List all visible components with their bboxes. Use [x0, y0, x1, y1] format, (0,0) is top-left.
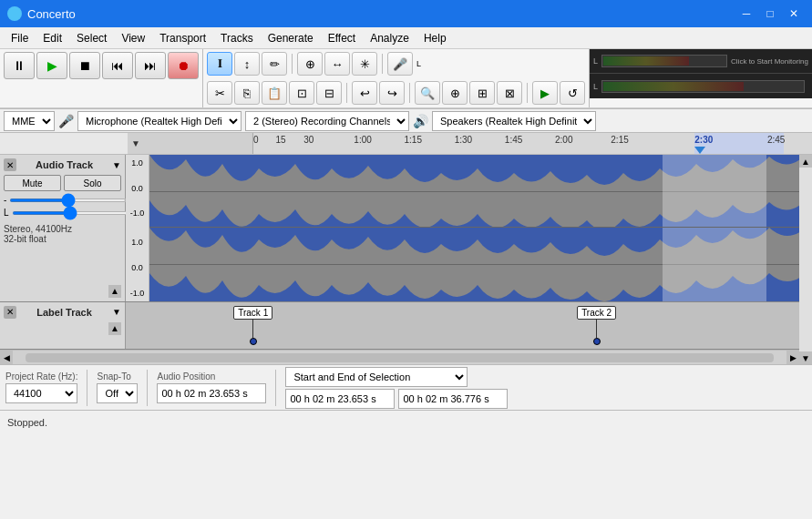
snap-to-select[interactable]: Off [97, 383, 138, 403]
mute-button[interactable]: Mute [4, 175, 61, 191]
scroll-right-button[interactable]: ▶ [786, 351, 799, 365]
maximize-button[interactable]: □ [759, 3, 781, 25]
vu-l-label-2: L [593, 82, 598, 91]
label-track-menu-arrow[interactable]: ▼ [112, 307, 121, 317]
audio-track-menu-arrow[interactable]: ▼ [112, 160, 121, 170]
zoom-tool-button[interactable]: ⊕ [297, 52, 323, 76]
menu-effect[interactable]: Effect [321, 30, 363, 46]
toolbar-separator-4 [409, 83, 410, 103]
trim-button[interactable]: ⊡ [289, 81, 314, 105]
silence-button[interactable]: ⊟ [316, 81, 342, 105]
mic-device-select[interactable]: Microphone (Realtek High Defi... [77, 111, 242, 131]
label-track-close-button[interactable]: ✕ [4, 306, 16, 319]
play-green-button[interactable]: ▶ [532, 81, 558, 105]
y-bot2-label: -1.0 [130, 289, 145, 298]
ruler-mark-215: 2:15 [611, 133, 628, 145]
menu-help[interactable]: Help [416, 30, 454, 46]
label-flag-2[interactable]: Track 2 [577, 306, 616, 320]
label-collapse-button[interactable]: ▲ [108, 322, 121, 335]
timeshift-tool-button[interactable]: ↔ [324, 52, 350, 76]
label-flag-1[interactable]: Track 1 [233, 306, 272, 320]
redo-button[interactable]: ↪ [379, 81, 405, 105]
timeline-ruler[interactable]: ▼ 0 15 30 1:00 1:15 1:30 1:45 2:00 2:15 … [0, 133, 812, 155]
zoom-sel-button[interactable]: ⊞ [469, 81, 495, 105]
scroll-thumb[interactable] [26, 353, 774, 362]
snap-to-label: Snap-To [97, 371, 138, 382]
v-scrollbar[interactable]: ▲ ▼ [799, 155, 812, 364]
scroll-down-button[interactable]: ▼ [799, 351, 812, 364]
gain-slider[interactable] [9, 198, 127, 202]
scroll-left-button[interactable]: ◀ [0, 351, 13, 365]
status-text: Stopped. [7, 417, 47, 428]
speaker-icon: 🔊 [413, 114, 428, 128]
label-collapse-row: ▲ [4, 322, 121, 335]
collapse-button[interactable]: ▲ [108, 285, 121, 298]
copy-button[interactable]: ⎘ [234, 81, 260, 105]
vu-meter-2[interactable] [601, 80, 805, 93]
menu-select[interactable]: Select [69, 30, 114, 46]
label-line-2 [596, 320, 597, 338]
minimize-button[interactable]: ─ [735, 3, 757, 25]
track-info-line1: Stereo, 44100Hz [4, 224, 121, 234]
envelope-tool-button[interactable]: ↕ [234, 52, 260, 76]
ruler-mark-200: 2:00 [555, 133, 572, 145]
ruler-mark-245: 2:45 [767, 133, 785, 145]
waveform-svg-1 [149, 155, 799, 227]
menu-generate[interactable]: Generate [261, 30, 321, 46]
close-button[interactable]: ✕ [783, 3, 805, 25]
zoom-out-button[interactable]: 🔍 [415, 81, 440, 105]
waveform-svg-2 [149, 228, 799, 300]
menu-analyze[interactable]: Analyze [363, 30, 416, 46]
playhead-marker[interactable] [694, 147, 705, 154]
menu-transport[interactable]: Transport [152, 30, 213, 46]
audio-track-close-button[interactable]: ✕ [4, 158, 16, 171]
waveform-canvas[interactable] [149, 155, 799, 301]
vu-meter-1[interactable] [601, 55, 727, 67]
pan-slider[interactable] [12, 211, 129, 215]
audio-pos-input[interactable] [157, 383, 266, 403]
channels-select[interactable]: 2 (Stereo) Recording Channels [245, 111, 409, 131]
multi-tool-button[interactable]: ✳ [352, 52, 377, 76]
speaker-device-select[interactable]: Speakers (Realtek High Definiti... [432, 111, 596, 131]
mic-button[interactable]: 🎤 [387, 52, 413, 76]
draw-tool-button[interactable]: ✏ [262, 52, 287, 76]
toolbar-separator-2 [382, 54, 383, 74]
undo-button[interactable]: ↩ [352, 81, 377, 105]
zoom-fit-button[interactable]: ⊠ [497, 81, 522, 105]
label-track-area[interactable]: Track 1 Track 2 [126, 302, 799, 349]
record-button[interactable]: ⏺ [168, 52, 199, 79]
selection-tool-button[interactable]: 𝐈 [207, 52, 232, 76]
menu-edit[interactable]: Edit [36, 30, 69, 46]
h-scrollbar[interactable]: ◀ ▶ [0, 350, 799, 364]
menu-file[interactable]: File [4, 30, 36, 46]
ruler-inner[interactable]: 0 15 30 1:00 1:15 1:30 1:45 2:00 2:15 2:… [253, 133, 812, 154]
skip-fwd-button[interactable]: ⏭ [135, 52, 166, 79]
loop-play-button[interactable]: ↺ [560, 81, 585, 105]
project-rate-select[interactable]: 44100 [5, 383, 77, 403]
skip-back-button[interactable]: ⏮ [102, 52, 133, 79]
toolbar-area: ⏸ ▶ ⏹ ⏮ ⏭ ⏺ 𝐈 ↕ ✏ ⊕ ↔ ✳ 🎤 L [0, 49, 812, 109]
window-controls: ─ □ ✕ [735, 3, 805, 25]
paste-button[interactable]: 📋 [262, 81, 287, 105]
scroll-up-button[interactable]: ▲ [799, 155, 812, 168]
menu-view[interactable]: View [114, 30, 152, 46]
sel-start-input[interactable] [285, 389, 395, 409]
sel-end-input[interactable] [398, 389, 508, 409]
label-marker-2: Track 2 [577, 306, 616, 345]
menu-tracks[interactable]: Tracks [213, 30, 261, 46]
cut-button[interactable]: ✂ [207, 81, 232, 105]
label-dot-2 [593, 338, 601, 345]
zoom-in-button[interactable]: ⊕ [442, 81, 468, 105]
solo-button[interactable]: Solo [64, 175, 121, 191]
bottom-divider-1 [87, 370, 87, 406]
ruler-mark-15: 15 [276, 133, 286, 145]
ruler-mark-0: 0 [253, 133, 259, 145]
label-track-name: Label Track [36, 307, 92, 318]
y-mid2-label: 0.0 [131, 263, 143, 272]
api-select[interactable]: MME [4, 111, 55, 131]
selection-type-select[interactable]: Start and End of Selection [285, 367, 468, 387]
stop-button[interactable]: ⏹ [69, 52, 100, 79]
waveform-display[interactable]: 1.0 0.0 -1.0 1.0 0.0 -1.0 [126, 155, 799, 301]
pause-button[interactable]: ⏸ [4, 52, 35, 79]
play-button[interactable]: ▶ [36, 52, 67, 79]
